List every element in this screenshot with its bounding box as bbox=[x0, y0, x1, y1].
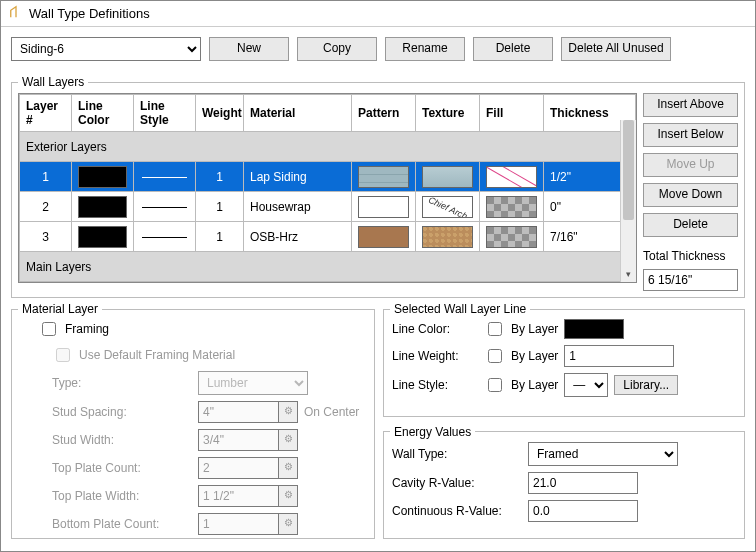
line-style-swatch bbox=[140, 166, 189, 188]
col-fill[interactable]: Fill bbox=[480, 95, 544, 132]
spinner-icon: ⚙ bbox=[278, 513, 298, 535]
cavity-r-input[interactable] bbox=[528, 472, 638, 494]
stud-width-input bbox=[198, 429, 278, 451]
rename-button[interactable]: Rename bbox=[385, 37, 465, 61]
col-texture[interactable]: Texture bbox=[416, 95, 480, 132]
wall-type-energy-select[interactable]: Framed bbox=[528, 442, 678, 466]
top-plate-count-label: Top Plate Count: bbox=[52, 461, 192, 475]
top-plate-width-input bbox=[198, 485, 278, 507]
cell-layer-num: 1 bbox=[20, 162, 72, 192]
spinner-icon: ⚙ bbox=[278, 485, 298, 507]
move-down-button[interactable]: Move Down bbox=[643, 183, 738, 207]
line-color-swatch bbox=[78, 166, 127, 188]
move-up-button[interactable]: Move Up bbox=[643, 153, 738, 177]
line-color-swatch[interactable] bbox=[564, 319, 624, 339]
selected-line-legend: Selected Wall Layer Line bbox=[390, 302, 530, 316]
line-weight-bylayer-checkbox[interactable] bbox=[488, 349, 502, 363]
continuous-r-input[interactable] bbox=[528, 500, 638, 522]
material-layer-legend: Material Layer bbox=[18, 302, 102, 316]
table-row[interactable]: 2 1 Housewrap 0" bbox=[20, 192, 636, 222]
scroll-down-icon[interactable]: ▾ bbox=[621, 266, 636, 282]
col-weight[interactable]: Weight bbox=[196, 95, 244, 132]
table-row[interactable]: 4 35 Fir Framing 2 5 1/2" bbox=[20, 282, 636, 284]
stud-spacing-suffix: On Center bbox=[304, 405, 359, 419]
line-style-label: Line Style: bbox=[392, 378, 478, 392]
selected-line-group: Selected Wall Layer Line Line Color: By … bbox=[383, 302, 745, 417]
wall-type-select[interactable]: Siding-6 bbox=[11, 37, 201, 61]
cell-material: Lap Siding bbox=[244, 162, 352, 192]
line-color-label: Line Color: bbox=[392, 322, 478, 336]
by-layer-label: By Layer bbox=[511, 378, 558, 392]
col-material[interactable]: Material bbox=[244, 95, 352, 132]
titlebar: Wall Type Definitions bbox=[1, 1, 755, 27]
window-title: Wall Type Definitions bbox=[29, 6, 150, 21]
spinner-icon: ⚙ bbox=[278, 457, 298, 479]
energy-values-group: Energy Values Wall Type: Framed Cavity R… bbox=[383, 425, 745, 540]
line-style-select[interactable]: — bbox=[564, 373, 608, 397]
line-color-swatch bbox=[78, 226, 127, 248]
wall-layers-table[interactable]: Layer # Line Color Line Style Weight Mat… bbox=[18, 93, 637, 283]
app-icon bbox=[9, 5, 23, 22]
pattern-swatch bbox=[358, 226, 409, 248]
scroll-thumb[interactable] bbox=[623, 120, 634, 220]
copy-button[interactable]: Copy bbox=[297, 37, 377, 61]
col-line-style[interactable]: Line Style bbox=[134, 95, 196, 132]
insert-below-button[interactable]: Insert Below bbox=[643, 123, 738, 147]
framing-label: Framing bbox=[65, 322, 109, 336]
type-select: Lumber bbox=[198, 371, 308, 395]
total-thickness-value: 6 15/16" bbox=[643, 269, 738, 291]
wall-layers-legend: Wall Layers bbox=[18, 75, 88, 89]
framing-checkbox[interactable] bbox=[42, 322, 56, 336]
table-vscroll[interactable]: ▾ bbox=[620, 120, 636, 282]
table-row[interactable]: 1 1 Lap Siding 1/2" bbox=[20, 162, 636, 192]
group-main[interactable]: Main Layers bbox=[20, 252, 636, 282]
col-line-color[interactable]: Line Color bbox=[72, 95, 134, 132]
line-color-swatch bbox=[78, 196, 127, 218]
top-plate-width-label: Top Plate Width: bbox=[52, 489, 192, 503]
use-default-framing-checkbox bbox=[56, 348, 70, 362]
col-pattern[interactable]: Pattern bbox=[352, 95, 416, 132]
cell-layer-num: 4 bbox=[20, 282, 72, 284]
texture-swatch bbox=[422, 166, 473, 188]
cell-weight: 1 bbox=[196, 192, 244, 222]
line-weight-input[interactable] bbox=[564, 345, 674, 367]
stud-width-label: Stud Width: bbox=[52, 433, 192, 447]
wall-layers-group: Wall Layers Layer # Line Color Line Styl… bbox=[11, 75, 745, 298]
delete-all-unused-button[interactable]: Delete All Unused bbox=[561, 37, 671, 61]
type-label: Type: bbox=[52, 376, 192, 390]
new-button[interactable]: New bbox=[209, 37, 289, 61]
stud-spacing-input bbox=[198, 401, 278, 423]
cell-material: Fir Framing 2 bbox=[244, 282, 352, 284]
delete-layer-button[interactable]: Delete bbox=[643, 213, 738, 237]
library-button[interactable]: Library... bbox=[614, 375, 678, 395]
delete-type-button[interactable]: Delete bbox=[473, 37, 553, 61]
topbar: Siding-6 New Copy Rename Delete Delete A… bbox=[1, 27, 755, 71]
cell-layer-num: 2 bbox=[20, 192, 72, 222]
continuous-r-label: Continuous R-Value: bbox=[392, 504, 522, 518]
line-style-swatch bbox=[140, 226, 189, 248]
texture-swatch bbox=[422, 226, 473, 248]
wall-type-label: Wall Type: bbox=[392, 447, 522, 461]
group-exterior[interactable]: Exterior Layers bbox=[20, 132, 636, 162]
line-style-bylayer-checkbox[interactable] bbox=[488, 378, 502, 392]
col-layer-num[interactable]: Layer # bbox=[20, 95, 72, 132]
fill-swatch bbox=[486, 196, 537, 218]
cell-weight: 1 bbox=[196, 162, 244, 192]
texture-swatch bbox=[422, 196, 473, 218]
fill-swatch bbox=[486, 166, 537, 188]
table-row[interactable]: 3 1 OSB-Hrz 7/16" bbox=[20, 222, 636, 252]
insert-above-button[interactable]: Insert Above bbox=[643, 93, 738, 117]
fill-swatch bbox=[486, 226, 537, 248]
material-layer-group: Material Layer Framing Use Default Frami… bbox=[11, 302, 375, 539]
bottom-plate-count-input bbox=[198, 513, 278, 535]
table-header-row: Layer # Line Color Line Style Weight Mat… bbox=[20, 95, 636, 132]
cell-weight: 35 bbox=[196, 282, 244, 284]
by-layer-label: By Layer bbox=[511, 349, 558, 363]
by-layer-label: By Layer bbox=[511, 322, 558, 336]
energy-values-legend: Energy Values bbox=[390, 425, 475, 439]
line-color-bylayer-checkbox[interactable] bbox=[488, 322, 502, 336]
line-weight-label: Line Weight: bbox=[392, 349, 478, 363]
cavity-r-label: Cavity R-Value: bbox=[392, 476, 522, 490]
bottom-plate-count-label: Bottom Plate Count: bbox=[52, 517, 192, 531]
cell-layer-num: 3 bbox=[20, 222, 72, 252]
